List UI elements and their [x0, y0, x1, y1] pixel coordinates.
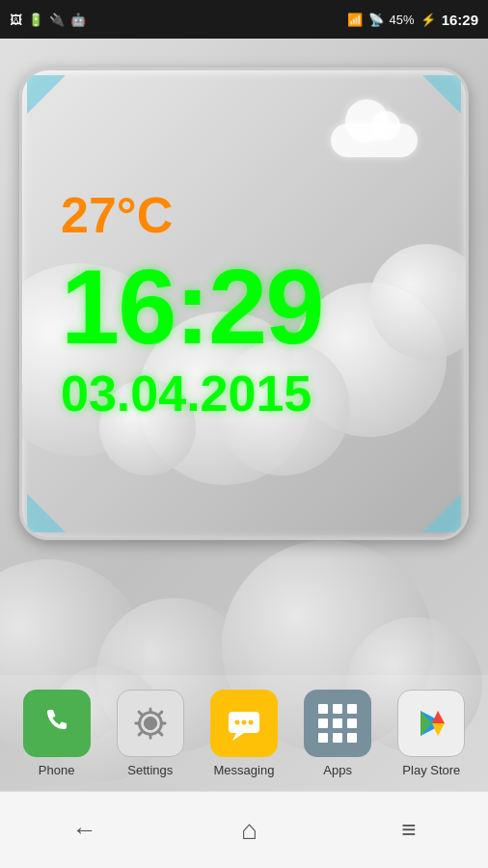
- date-display: 03.04.2015: [61, 365, 427, 422]
- clock-widget[interactable]: 27°C 16:29 03.04.2015: [19, 68, 469, 540]
- wifi-icon: 📶: [347, 13, 363, 27]
- time-display: 16:29: [61, 254, 427, 360]
- svg-marker-11: [432, 711, 445, 723]
- corner-tl: [27, 75, 66, 114]
- playstore-icon: [397, 690, 465, 757]
- dock-item-messaging[interactable]: Messaging: [210, 690, 278, 777]
- svg-marker-4: [232, 733, 244, 741]
- settings-icon: [117, 690, 184, 757]
- dock-item-playstore[interactable]: Play Store: [397, 690, 465, 777]
- corner-br: [422, 494, 461, 532]
- back-button[interactable]: ←: [72, 815, 97, 845]
- dock-item-settings[interactable]: Settings: [117, 690, 184, 777]
- usb-icon: 🔌: [49, 13, 65, 27]
- status-icons-left: 🖼 🔋 🔌 🤖: [10, 13, 86, 27]
- charging-icon: ⚡: [420, 13, 436, 27]
- battery-status-icon: 🔋: [28, 13, 43, 27]
- apps-icon: [304, 690, 371, 757]
- playstore-label: Play Store: [402, 763, 460, 777]
- corner-bl: [27, 494, 66, 532]
- messaging-icon: [210, 690, 278, 757]
- svg-marker-10: [432, 723, 445, 736]
- battery-percent: 45%: [390, 13, 415, 27]
- svg-point-7: [248, 719, 253, 724]
- status-bar: 🖼 🔋 🔌 🤖 📶 📡 45% ⚡ 16:29: [0, 0, 488, 39]
- messaging-label: Messaging: [214, 763, 275, 777]
- status-icons-right: 📶 📡 45% ⚡ 16:29: [347, 12, 478, 28]
- temperature-display: 27°C: [61, 186, 427, 244]
- apps-label: Apps: [323, 763, 352, 777]
- menu-button[interactable]: ≡: [401, 815, 416, 845]
- dock: Phone Settings: [0, 675, 488, 791]
- clock: 16:29: [442, 12, 478, 28]
- corner-tr: [422, 75, 461, 114]
- nav-bar: ← ⌂ ≡: [0, 791, 488, 868]
- main-content: 27°C 16:29 03.04.2015 Phone: [0, 39, 488, 868]
- home-button[interactable]: ⌂: [241, 815, 258, 846]
- signal-icon: 📡: [368, 13, 384, 27]
- settings-label: Settings: [127, 763, 173, 777]
- svg-point-6: [241, 719, 246, 724]
- phone-label: Phone: [39, 763, 75, 777]
- phone-icon: [23, 690, 91, 757]
- dock-item-apps[interactable]: Apps: [304, 690, 371, 777]
- dock-item-phone[interactable]: Phone: [23, 690, 91, 777]
- weather-icon: [331, 109, 418, 157]
- android-icon: 🤖: [70, 13, 86, 27]
- photo-icon: 🖼: [10, 13, 22, 27]
- svg-point-5: [234, 719, 239, 724]
- svg-point-2: [145, 718, 155, 728]
- widget-content: 27°C 16:29 03.04.2015: [61, 186, 427, 422]
